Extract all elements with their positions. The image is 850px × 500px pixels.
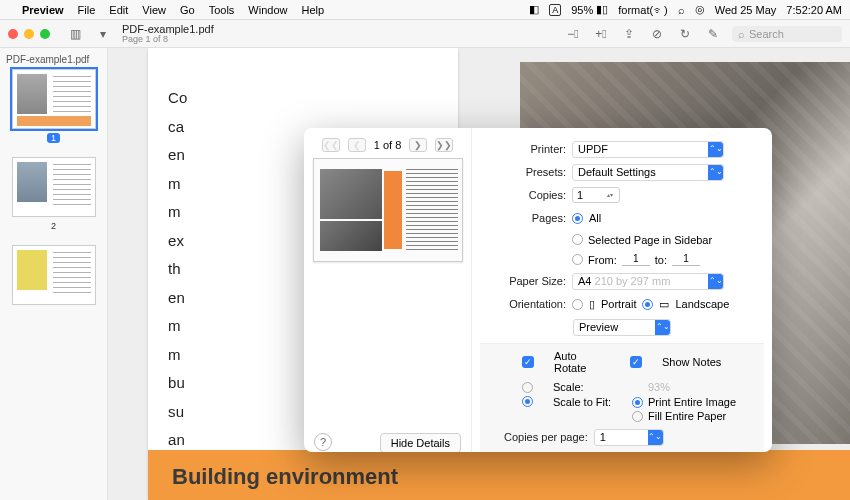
menu-window[interactable]: Window [248,4,287,16]
orientation-landscape-radio[interactable] [642,299,653,310]
chevron-updown-icon: ⌃⌄ [648,430,663,445]
papersize-select[interactable]: A4 210 by 297 mm⌃⌄ [572,273,724,290]
orientation-landscape-label: Landscape [675,298,729,310]
scale-label: Scale: [553,381,628,393]
menu-file[interactable]: File [78,4,96,16]
section-select[interactable]: Preview⌃⌄ [573,319,671,336]
cpp-select[interactable]: 1⌃⌄ [594,429,664,446]
prev-page-icon[interactable]: ❮ [348,138,366,152]
app-menu[interactable]: Preview [22,4,64,16]
hide-details-button[interactable]: Hide Details [380,433,461,452]
status-icon[interactable]: ◧ [529,3,539,16]
menu-view[interactable]: View [142,4,166,16]
copies-label: Copies: [490,189,566,201]
keyboard-icon[interactable]: A [549,4,561,16]
menu-edit[interactable]: Edit [109,4,128,16]
rotate-icon[interactable]: ↻ [676,25,694,43]
pages-all-label: All [589,212,601,224]
share-icon[interactable]: ⇪ [620,25,638,43]
sidebar-doc-label: PDF-example1.pdf [6,54,101,65]
pages-sidebar-label: Selected Page in Sidebar [588,234,712,246]
window-controls[interactable] [8,29,50,39]
orientation-portrait-radio[interactable] [572,299,583,310]
papersize-label: Paper Size: [490,275,566,287]
thumbnail-sidebar: PDF-example1.pdf 1 2 [0,48,108,500]
thumbnail-page-1[interactable] [12,69,96,129]
document-viewport[interactable]: Cocaenmmexthenmmbusuanrodata fusion. Bui… [108,48,850,500]
portrait-icon: ▯ [589,298,595,311]
view-mode-icon[interactable]: ▾ [94,25,112,43]
chevron-updown-icon: ⌃⌄ [708,274,723,289]
next-page-icon[interactable]: ❯ [409,138,427,152]
pages-label: Pages: [490,212,566,224]
menubar-date[interactable]: Wed 25 May [715,4,777,16]
print-entire-label: Print Entire Image [648,396,736,408]
control-center-icon[interactable]: ⌕ [678,4,685,16]
highlight-icon[interactable]: ⊘ [648,25,666,43]
scale-to-fit-label: Scale to Fit: [553,396,612,408]
print-dialog: ❮❮ ❮ 1 of 8 ❯ ❯❯ ? Hide Details Pri [304,128,772,452]
filename-label: PDF-example1.pdf [122,23,214,35]
show-notes-checkbox[interactable]: ✓ [630,356,642,368]
wifi-icon[interactable]: format(ᯤ) [618,4,668,16]
zoom-in-icon[interactable]: +⃝ [592,25,610,43]
fill-paper-label: Fill Entire Paper [648,410,726,422]
fill-paper-radio[interactable] [632,411,643,422]
presets-select[interactable]: Default Settings⌃⌄ [572,164,724,181]
window-toolbar: ▥ ▾ PDF-example1.pdf Page 1 of 8 −⃝ +⃝ ⇪… [0,20,850,48]
scale-radio[interactable] [522,382,533,393]
print-preview-pane: ❮❮ ❮ 1 of 8 ❯ ❯❯ ? Hide Details [304,128,472,452]
scale-to-fit-radio[interactable] [522,396,533,407]
pages-to-label: to: [655,254,667,266]
thumbnail-page-2[interactable] [12,157,96,217]
copies-stepper[interactable]: 1▴▾ [572,187,620,203]
markup-icon[interactable]: ✎ [704,25,722,43]
heading-band: Building environment [148,450,850,500]
landscape-icon: ▭ [659,298,669,311]
pages-all-radio[interactable] [572,213,583,224]
preview-page-indicator: 1 of 8 [374,139,402,151]
zoom-out-icon[interactable]: −⃝ [564,25,582,43]
auto-rotate-checkbox[interactable]: ✓ [522,356,534,368]
menu-go[interactable]: Go [180,4,195,16]
pages-range-radio[interactable] [572,254,583,265]
last-page-icon[interactable]: ❯❯ [435,138,453,152]
orientation-portrait-label: Portrait [601,298,636,310]
print-entire-radio[interactable] [632,397,643,408]
thumbnail-pagenum-1: 1 [47,133,60,143]
first-page-icon[interactable]: ❮❮ [322,138,340,152]
menubar-time[interactable]: 7:52:20 AM [786,4,842,16]
show-notes-label: Show Notes [662,356,752,368]
battery-status[interactable]: 95% ▮▯ [571,3,608,16]
thumbnail-pagenum-2: 2 [51,221,56,231]
sidebar-toggle-icon[interactable]: ▥ [66,25,84,43]
auto-rotate-label: Auto Rotate [554,350,610,374]
pages-from-label: From: [588,254,617,266]
pages-sidebar-radio[interactable] [572,234,583,245]
chevron-updown-icon: ⌃⌄ [655,320,670,335]
search-placeholder: Search [749,28,784,40]
scale-value: 93% [648,381,752,393]
printer-select[interactable]: UPDF⌃⌄ [572,141,724,158]
siri-icon[interactable]: ◎ [695,3,705,16]
search-icon: ⌕ [738,28,745,40]
cpp-label: Copies per page: [504,431,588,443]
pages-from-input[interactable]: 1 [622,253,650,266]
page-heading: Building environment [172,464,826,490]
printer-label: Printer: [490,143,566,155]
pages-to-input[interactable]: 1 [672,253,700,266]
menubar: Preview File Edit View Go Tools Window H… [0,0,850,20]
search-field[interactable]: ⌕ Search [732,26,842,42]
thumbnail-page-3[interactable] [12,245,96,305]
orientation-label: Orientation: [490,298,566,310]
window-title: PDF-example1.pdf Page 1 of 8 [122,23,214,45]
chevron-updown-icon: ⌃⌄ [708,165,723,180]
menu-tools[interactable]: Tools [209,4,235,16]
chevron-updown-icon: ⌃⌄ [708,142,723,157]
help-button[interactable]: ? [314,433,332,451]
page-indicator-label: Page 1 of 8 [122,35,214,45]
stepper-icon: ▴▾ [607,189,617,201]
preview-thumbnail [313,158,463,262]
presets-label: Presets: [490,166,566,178]
menu-help[interactable]: Help [301,4,324,16]
